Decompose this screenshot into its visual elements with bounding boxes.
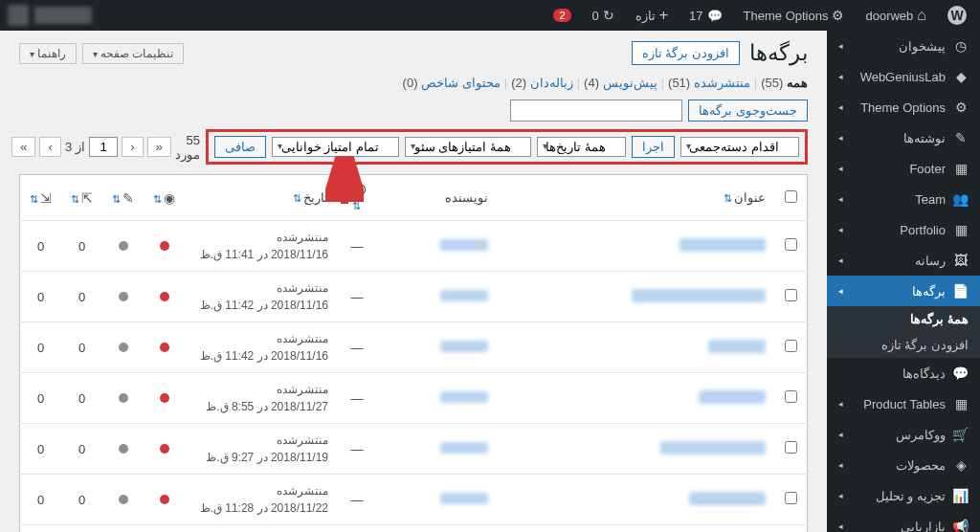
- row-comments: —: [338, 424, 376, 475]
- menu-product-tables[interactable]: ▦Product Tables◂: [827, 388, 980, 419]
- last-page-button[interactable]: »: [11, 137, 35, 157]
- row-title[interactable]: [498, 272, 775, 322]
- annotation-red-arrow: [325, 156, 364, 209]
- row-author[interactable]: [376, 221, 498, 272]
- first-page-button[interactable]: «: [147, 137, 171, 157]
- main-content: برگه‌ها افزودن برگهٔ تازه تنظیمات صفحه ر…: [0, 31, 827, 532]
- table-row: —منتشرشده2018/11/19 در 9:27 ق.ظ00: [20, 424, 808, 475]
- submenu-add-page[interactable]: افزودن برگهٔ تازه: [827, 332, 980, 358]
- table-row: —منتشرشده2018/11/16 در 11:17 ق.ظ00: [20, 525, 808, 533]
- menu-woocommerce[interactable]: 🛒ووکامرس◂: [827, 419, 980, 450]
- filter-draft[interactable]: پیش‌نویس: [603, 76, 657, 90]
- col-seo-icon[interactable]: ◉: [144, 175, 185, 221]
- row-author[interactable]: [376, 322, 498, 373]
- pages-table: عنوان نویسنده 💬 تاریخ ◉ ✎ ⇱ ⇲ —منتشرشده2…: [19, 174, 808, 532]
- filters-highlight-box: اقدام دسته‌جمعی اجرا همهٔ تاریخ‌ها همهٔ …: [206, 129, 808, 165]
- row-comments: —: [338, 373, 376, 424]
- row-read-dot: [102, 424, 144, 475]
- filter-all[interactable]: همه: [787, 76, 808, 90]
- menu-media[interactable]: 🖼رسانه◂: [827, 245, 980, 276]
- filter-cornerstone[interactable]: محتوای شاخص: [421, 76, 501, 90]
- refresh-link[interactable]: 0: [587, 8, 620, 23]
- site-name-link[interactable]: doorweb: [859, 7, 932, 24]
- row-author[interactable]: [376, 475, 498, 525]
- bulk-action-select[interactable]: اقدام دسته‌جمعی: [680, 137, 799, 157]
- updates-link[interactable]: 2: [547, 9, 576, 22]
- prev-page-button[interactable]: ‹: [122, 137, 143, 157]
- row-date: منتشرشده2018/11/19 در 9:27 ق.ظ: [185, 424, 338, 475]
- col-read-icon[interactable]: ✎: [102, 175, 144, 221]
- menu-footer[interactable]: ▦Footer◂: [827, 153, 980, 184]
- seo-filter-select[interactable]: همهٔ امتیازهای سئو: [405, 137, 531, 157]
- search-pages-button[interactable]: جست‌وجوی برگه‌ها: [688, 100, 808, 122]
- row-title[interactable]: [498, 525, 775, 533]
- menu-pages[interactable]: 📄برگه‌ها◂: [827, 276, 980, 306]
- col-links-out[interactable]: ⇱: [61, 175, 102, 221]
- screen-options-button[interactable]: تنظیمات صفحه: [82, 43, 184, 64]
- new-content-link[interactable]: تازه: [630, 7, 674, 24]
- col-date[interactable]: تاریخ: [185, 175, 338, 221]
- row-date: منتشرشده2018/11/16 در 11:42 ق.ظ: [185, 322, 338, 373]
- row-links-in: 0: [20, 221, 62, 272]
- row-seo-dot: [144, 373, 185, 424]
- menu-posts[interactable]: ✎نوشته‌ها◂: [827, 122, 980, 153]
- menu-dashboard[interactable]: ◷پیشخوان◂: [827, 31, 980, 61]
- apply-bulk-button[interactable]: اجرا: [632, 136, 675, 158]
- col-author[interactable]: نویسنده: [376, 175, 498, 221]
- theme-options-link[interactable]: Theme Options: [738, 8, 851, 23]
- menu-theme-options[interactable]: ⚙Theme Options◂: [827, 92, 980, 122]
- menu-marketing[interactable]: 📢بازاریابی◂: [827, 511, 980, 532]
- admin-sidebar: ◷پیشخوان◂ ◆WebGeniusLab◂ ⚙Theme Options◂…: [827, 31, 980, 532]
- row-checkbox[interactable]: [785, 340, 797, 352]
- user-account[interactable]: [8, 5, 92, 26]
- row-checkbox[interactable]: [785, 238, 797, 251]
- row-seo-dot: [144, 424, 185, 475]
- menu-analytics[interactable]: 📊تجزیه و تحلیل◂: [827, 480, 980, 511]
- row-title[interactable]: [498, 475, 775, 525]
- date-filter-select[interactable]: همهٔ تاریخ‌ها: [537, 137, 626, 157]
- row-author[interactable]: [376, 525, 498, 533]
- menu-portfolio[interactable]: ▦Portfolio◂: [827, 214, 980, 245]
- filter-trash[interactable]: زباله‌دان: [530, 76, 573, 90]
- next-page-button[interactable]: ›: [39, 137, 60, 157]
- readability-filter-select[interactable]: تمام امتیاز خوانایی: [272, 137, 399, 157]
- submenu-all-pages[interactable]: همهٔ برگه‌ها: [827, 306, 980, 332]
- filter-published[interactable]: منتشرشده: [694, 76, 750, 90]
- row-links-out: 0: [61, 373, 102, 424]
- row-links-in: 0: [20, 475, 62, 525]
- row-date: منتشرشده2018/11/16 در 11:42 ق.ظ: [185, 272, 338, 322]
- row-links-out: 0: [61, 475, 102, 525]
- row-links-in: 0: [20, 424, 62, 475]
- row-title[interactable]: [498, 424, 775, 475]
- row-comments: —: [338, 322, 376, 373]
- menu-comments[interactable]: 💬دیدگاه‌ها: [827, 358, 980, 388]
- row-checkbox[interactable]: [785, 289, 797, 301]
- row-checkbox[interactable]: [785, 492, 797, 504]
- row-comments: —: [338, 221, 376, 272]
- row-author[interactable]: [376, 373, 498, 424]
- current-page-input[interactable]: [89, 137, 118, 157]
- row-date: منتشرشده2018/11/16 در 11:41 ق.ظ: [185, 221, 338, 272]
- row-title[interactable]: [498, 373, 775, 424]
- row-checkbox[interactable]: [785, 390, 797, 403]
- col-title[interactable]: عنوان: [498, 175, 775, 221]
- help-button[interactable]: راهنما: [19, 43, 77, 64]
- wp-logo[interactable]: W: [942, 6, 972, 25]
- row-author[interactable]: [376, 272, 498, 322]
- menu-team[interactable]: 👥Team◂: [827, 184, 980, 214]
- filter-button[interactable]: صافی: [214, 136, 266, 158]
- username-blurred: [34, 7, 92, 24]
- row-checkbox[interactable]: [785, 441, 797, 454]
- row-author[interactable]: [376, 424, 498, 475]
- menu-products[interactable]: ◈محصولات◂: [827, 450, 980, 480]
- refresh-icon: [603, 8, 614, 23]
- comments-link[interactable]: 17: [683, 9, 727, 23]
- col-links-in[interactable]: ⇲: [20, 175, 62, 221]
- select-all-checkbox[interactable]: [785, 190, 797, 203]
- row-title[interactable]: [498, 221, 775, 272]
- row-title[interactable]: [498, 322, 775, 373]
- add-new-button[interactable]: افزودن برگهٔ تازه: [632, 41, 740, 65]
- menu-webgeniuslab[interactable]: ◆WebGeniusLab◂: [827, 61, 980, 92]
- search-input[interactable]: [510, 100, 682, 122]
- table-row: —منتشرشده2018/11/16 در 11:41 ق.ظ00: [20, 221, 808, 272]
